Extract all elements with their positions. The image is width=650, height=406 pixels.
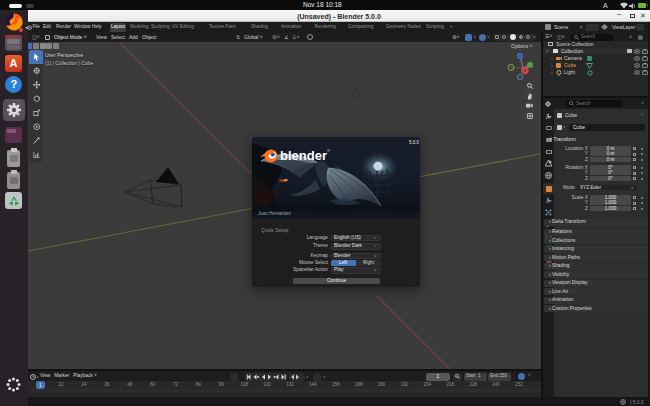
- svg-text:blender: blender: [280, 148, 327, 163]
- svg-text:®: ®: [327, 148, 330, 153]
